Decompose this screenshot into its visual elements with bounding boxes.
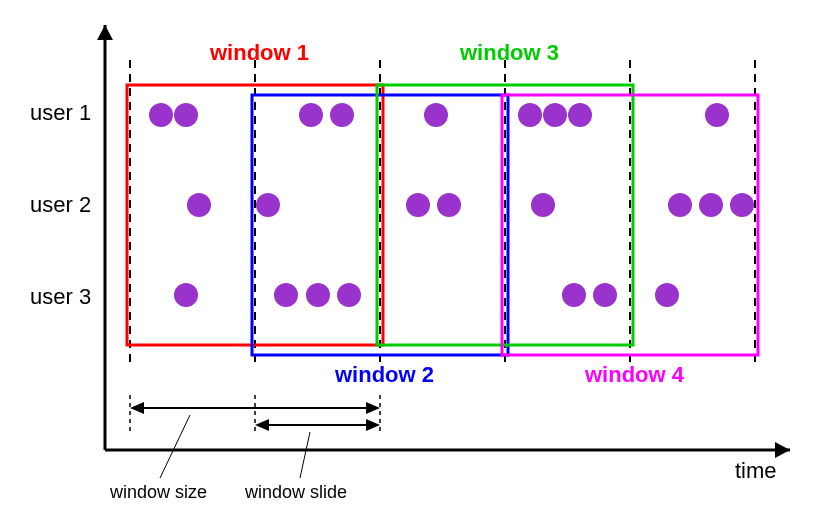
window-4-label: window 4 bbox=[584, 362, 685, 387]
svg-point-25 bbox=[699, 193, 723, 217]
svg-point-28 bbox=[274, 283, 298, 307]
svg-point-32 bbox=[593, 283, 617, 307]
events-user-3 bbox=[174, 283, 679, 307]
window-1-label: window 1 bbox=[209, 40, 309, 65]
sliding-window-diagram: time user 1 user 2 user 3 window 1 windo… bbox=[0, 0, 832, 520]
svg-point-12 bbox=[299, 103, 323, 127]
svg-marker-42 bbox=[366, 419, 380, 431]
svg-point-19 bbox=[187, 193, 211, 217]
svg-marker-39 bbox=[366, 402, 380, 414]
svg-point-24 bbox=[668, 193, 692, 217]
svg-point-15 bbox=[518, 103, 542, 127]
svg-point-18 bbox=[705, 103, 729, 127]
svg-point-10 bbox=[149, 103, 173, 127]
svg-marker-1 bbox=[775, 442, 790, 458]
svg-marker-38 bbox=[130, 402, 144, 414]
svg-point-31 bbox=[562, 283, 586, 307]
svg-point-20 bbox=[256, 193, 280, 217]
svg-point-17 bbox=[568, 103, 592, 127]
svg-point-21 bbox=[406, 193, 430, 217]
svg-line-44 bbox=[300, 432, 310, 478]
svg-point-30 bbox=[337, 283, 361, 307]
window-3-label: window 3 bbox=[459, 40, 559, 65]
svg-marker-3 bbox=[97, 25, 113, 40]
window-slide-label: window slide bbox=[244, 482, 347, 502]
svg-point-13 bbox=[330, 103, 354, 127]
svg-point-22 bbox=[437, 193, 461, 217]
axes bbox=[97, 25, 790, 458]
window-size-label: window size bbox=[109, 482, 207, 502]
svg-point-11 bbox=[174, 103, 198, 127]
svg-point-33 bbox=[655, 283, 679, 307]
user-2-label: user 2 bbox=[30, 192, 91, 217]
window-2-label: window 2 bbox=[334, 362, 434, 387]
svg-point-29 bbox=[306, 283, 330, 307]
user-3-label: user 3 bbox=[30, 284, 91, 309]
svg-point-26 bbox=[730, 193, 754, 217]
time-axis-label: time bbox=[735, 458, 777, 483]
svg-point-16 bbox=[543, 103, 567, 127]
dimension-markers bbox=[130, 395, 380, 478]
svg-marker-41 bbox=[255, 419, 269, 431]
svg-point-27 bbox=[174, 283, 198, 307]
svg-line-43 bbox=[160, 415, 190, 478]
events-user-1 bbox=[149, 103, 729, 127]
svg-point-14 bbox=[424, 103, 448, 127]
user-1-label: user 1 bbox=[30, 100, 91, 125]
svg-point-23 bbox=[531, 193, 555, 217]
events-user-2 bbox=[187, 193, 754, 217]
